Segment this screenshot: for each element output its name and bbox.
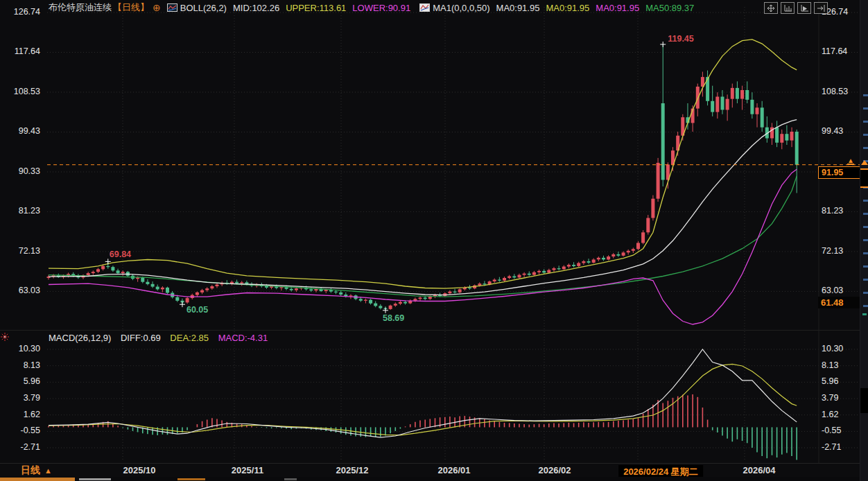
level-mark-badge: 61.48 bbox=[818, 297, 862, 308]
bottom-tab-strip[interactable] bbox=[0, 477, 868, 481]
macd-name: MACD(26,12,9) bbox=[49, 333, 111, 343]
axis-tick-label: 10.30 bbox=[0, 344, 40, 354]
time-axis-label: 2025/10 bbox=[123, 465, 156, 475]
axis-tick-label: -2.71 bbox=[822, 442, 842, 453]
axis-tick-label: 108.53 bbox=[822, 87, 848, 97]
axis-tick-label: 63.03 bbox=[822, 286, 843, 296]
export-icon[interactable] bbox=[814, 2, 828, 14]
indicator-value: MA50:89.37 bbox=[645, 3, 694, 13]
time-axis[interactable]: 2025/102025/112025/122026/012026/022026/… bbox=[0, 463, 868, 478]
axis-tick-label: 10.30 bbox=[822, 344, 843, 354]
price-annotation: 58.69 bbox=[383, 313, 404, 323]
axis-tick-label: 5.96 bbox=[0, 376, 40, 387]
price-annotation: 60.05 bbox=[186, 305, 208, 315]
axis-tick-label: 1.62 bbox=[0, 410, 40, 420]
axis-tick-label: 1.62 bbox=[822, 410, 838, 420]
indicator-value: MA0:91.95 bbox=[596, 3, 639, 13]
minimap-dark-slot bbox=[860, 388, 868, 413]
latest-price-arrow-icon[interactable]: ▲ bbox=[847, 157, 854, 165]
price-marker-slot bbox=[860, 168, 868, 188]
axis-tick-label: 126.74 bbox=[0, 7, 40, 17]
minimap-ticks bbox=[863, 83, 868, 312]
axis-setting-icon[interactable] bbox=[781, 2, 795, 14]
axis-tick-label: 72.13 bbox=[822, 246, 843, 256]
time-axis-label: 2025/11 bbox=[232, 465, 263, 475]
bottom-strip-mark bbox=[284, 478, 297, 480]
candlestick-chart-canvas[interactable] bbox=[0, 0, 868, 481]
macd-diff-value: DIFF:0.69 bbox=[121, 333, 161, 343]
axis-tick-label: 81.23 bbox=[0, 206, 40, 216]
indicator-value: MA0:91.95 bbox=[546, 3, 589, 13]
minimap-green-mark bbox=[862, 313, 867, 315]
boll-indicator-icon[interactable] bbox=[167, 3, 177, 12]
bottom-strip-mark bbox=[79, 478, 111, 480]
axis-tick-label: 3.79 bbox=[0, 393, 40, 403]
current-price-badge: 91.95 bbox=[818, 166, 861, 179]
scroll-to-latest-icon[interactable] bbox=[861, 160, 868, 165]
axis-tick-label: 99.43 bbox=[0, 126, 40, 137]
playback-icon[interactable] bbox=[797, 2, 811, 14]
axis-tick-label: 8.13 bbox=[0, 360, 40, 371]
time-axis-label: 2026/04 bbox=[743, 465, 776, 475]
period-label: 日线 bbox=[21, 464, 40, 475]
axis-tick-label: 117.64 bbox=[822, 46, 847, 57]
time-axis-label: 2026/02 bbox=[539, 465, 571, 475]
axis-tick-label: 117.64 bbox=[0, 46, 40, 57]
price-annotation: 119.45 bbox=[668, 34, 694, 44]
axis-tick-label: -2.71 bbox=[0, 442, 40, 453]
move-tool-icon[interactable] bbox=[764, 2, 778, 14]
axis-tick-label: 5.96 bbox=[822, 376, 838, 387]
axis-tick-label: 99.43 bbox=[822, 126, 843, 137]
link-chart-icon[interactable]: ⊕ bbox=[153, 2, 161, 13]
indicator-value: BOLL(26,2) bbox=[180, 3, 227, 13]
macd-header: MACD(26,12,9) DIFF:0.69 DEA:2.85 MACD:-4… bbox=[49, 333, 275, 343]
time-axis-label: 2026/01 bbox=[438, 465, 471, 475]
axis-tick-label: -0.55 bbox=[0, 426, 40, 436]
chart-header: 布伦特原油连续 【日线】 ⊕ BOLL(26,2)MID:102.26UPPER… bbox=[49, 1, 700, 14]
ma-legend: MA1(0,0,0,50)MA0:91.95MA0:91.95MA0:91.95… bbox=[433, 3, 700, 13]
axis-tick-label: 8.13 bbox=[822, 360, 838, 371]
boll-legend: BOLL(26,2)MID:102.26UPPER:113.61LOWER:90… bbox=[180, 3, 417, 13]
indicator-value: UPPER:113.61 bbox=[286, 3, 346, 13]
period-selector[interactable]: 日线▲ bbox=[21, 464, 52, 477]
macd-value: MACD:-4.31 bbox=[218, 333, 268, 343]
indicator-value: MA0:91.95 bbox=[496, 3, 540, 13]
macd-dea-value: DEA:2.85 bbox=[170, 333, 209, 343]
chart-app: 布伦特原油连续 【日线】 ⊕ BOLL(26,2)MID:102.26UPPER… bbox=[0, 0, 868, 481]
axis-tick-label: 3.79 bbox=[822, 393, 838, 403]
ma-indicator-icon[interactable] bbox=[419, 3, 430, 12]
indicator-value: MID:102.26 bbox=[233, 3, 279, 13]
pane-divider bbox=[0, 330, 860, 331]
alert-starburst-icon[interactable] bbox=[0, 332, 10, 344]
axis-tick-label: 63.03 bbox=[0, 286, 40, 296]
axis-tick-label: -0.55 bbox=[822, 426, 842, 436]
chart-toolbar bbox=[764, 2, 828, 14]
period-tag: 【日线】 bbox=[113, 1, 149, 14]
axis-tick-label: 72.13 bbox=[0, 246, 40, 256]
right-scroll-strip[interactable] bbox=[860, 0, 868, 481]
indicator-value: LOWER:90.91 bbox=[352, 3, 410, 13]
bottom-tab-highlight bbox=[0, 478, 75, 481]
bottom-strip-mark bbox=[177, 478, 205, 480]
period-arrow-icon: ▲ bbox=[44, 466, 52, 475]
price-annotation: 69.84 bbox=[110, 250, 131, 259]
axis-tick-label: 90.33 bbox=[0, 166, 40, 177]
indicator-value: MA1(0,0,0,50) bbox=[433, 3, 489, 13]
axis-tick-label: 81.23 bbox=[822, 206, 843, 216]
axis-tick-label: 108.53 bbox=[0, 87, 40, 97]
time-axis-label: 2025/12 bbox=[336, 465, 369, 475]
symbol-title: 布伦特原油连续 bbox=[49, 1, 112, 14]
